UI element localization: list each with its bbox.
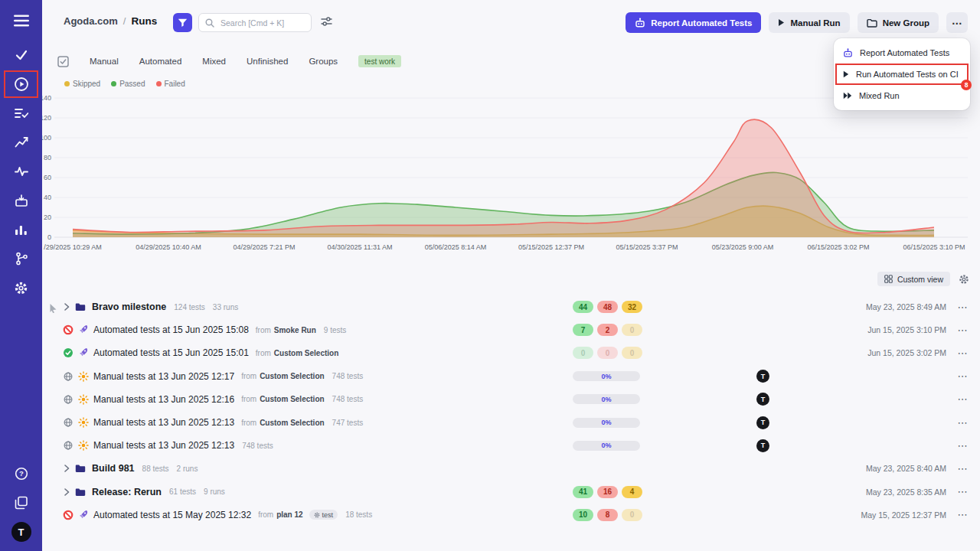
search-input[interactable] [219,18,303,28]
runs-play-circle-icon[interactable] [0,70,42,99]
select-all-checkbox-icon[interactable] [57,56,69,67]
tests-count: 9 tests [324,326,346,334]
table-row-run[interactable]: Automated tests at 15 Jun 2025 15:01 fro… [42,341,980,364]
import-inbox-icon[interactable] [0,186,42,215]
passed-badge: 41 [573,486,593,498]
legend-failed[interactable]: Failed [156,80,185,88]
view-settings-gear-icon[interactable] [959,274,969,285]
skipped-badge: 0 [622,509,642,521]
tag-filter-chip[interactable]: test work [358,55,401,67]
tests-check-icon[interactable] [0,41,42,70]
table-row-run[interactable]: Automated tests at 15 May 2025 12:32 fro… [42,504,980,527]
table-row-run[interactable]: Manual tests at 13 Jun 2025 12:13 from C… [42,411,980,434]
result-badges: 10 8 0 [573,509,642,521]
progress-bar: 0% [573,418,640,428]
group-title[interactable]: Release: Rerun [92,487,162,497]
settings-gear-icon[interactable] [0,273,42,302]
tests-count: 748 tests [332,372,364,380]
row-menu-button[interactable]: ⋯ [954,347,971,359]
logo-letter: T [11,522,31,542]
menu-item-report-automated-tests[interactable]: Report Automated Tests [834,43,970,63]
annotation-step-badge: 8 [961,80,972,90]
rocket-icon [78,510,89,520]
row-menu-button[interactable]: ⋯ [954,509,971,520]
group-title[interactable]: Bravo milestone [92,302,166,312]
table-row-group[interactable]: Build 981 88 tests 2 runs May 23, 2025 8… [42,457,980,480]
tests-count: 61 tests [169,487,196,496]
app-logo[interactable]: T [0,517,42,546]
tab-mixed[interactable]: Mixed [202,57,226,66]
git-branch-icon[interactable] [0,244,42,273]
progress-label: 0% [601,373,611,380]
breadcrumb-project[interactable]: Agoda.com [64,15,118,27]
activity-pulse-icon[interactable] [0,157,42,186]
table-row-run[interactable]: Automated tests at 15 Jun 2025 15:08 fro… [42,318,980,341]
group-title[interactable]: Build 981 [92,463,135,474]
passed-dot [111,81,116,86]
table-row-run[interactable]: Manual tests at 13 Jun 2025 12:13 748 te… [42,434,980,457]
legend-skipped[interactable]: Skipped [64,80,100,88]
menu-item-run-automated-tests-on-ci[interactable]: Run Automated Tests on CI 8 [836,64,968,84]
sun-icon [78,394,89,405]
table-row-run[interactable]: Manual tests at 13 Jun 2025 12:17 from C… [42,365,980,388]
tab-manual[interactable]: Manual [90,57,119,66]
tab-unfinished[interactable]: Unfinished [247,57,288,66]
row-menu-button[interactable]: ⋯ [954,393,971,405]
run-title[interactable]: Manual tests at 13 Jun 2025 12:13 [93,417,234,428]
list-check-icon[interactable] [0,99,42,128]
play-icon [843,70,849,78]
header-more-button[interactable]: ⋯ [946,12,968,33]
manual-run-button[interactable]: Manual Run [769,12,849,33]
report-automated-tests-button[interactable]: Report Automated Tests [626,12,761,33]
new-group-button[interactable]: New Group [858,12,939,33]
progress-label: 0% [601,419,611,426]
folder-icon [75,487,86,497]
trend-up-icon[interactable] [0,128,42,157]
help-icon[interactable]: ? [0,459,42,488]
run-title[interactable]: Automated tests at 15 Jun 2025 15:08 [93,324,249,335]
tests-count: 748 tests [332,395,364,403]
run-title[interactable]: Automated tests at 15 May 2025 12:32 [93,510,251,520]
row-menu-button[interactable]: ⋯ [954,417,971,429]
row-menu-button[interactable]: ⋯ [954,486,971,497]
run-title[interactable]: Manual tests at 13 Jun 2025 12:17 [93,371,234,382]
chevron-right-icon[interactable] [63,487,70,497]
projects-icon[interactable] [0,488,42,517]
menu-item-label: Report Automated Tests [860,48,949,57]
chevron-right-icon[interactable] [63,302,70,311]
menu-item-mixed-run[interactable]: Mixed Run [834,86,970,106]
result-badges: 0 0 0 [573,347,642,359]
legend-passed[interactable]: Passed [111,80,145,88]
from-label: from [256,349,271,357]
row-menu-button[interactable]: ⋯ [954,370,971,382]
run-title[interactable]: Automated tests at 15 Jun 2025 15:01 [93,347,249,358]
run-title[interactable]: Manual tests at 13 Jun 2025 12:13 [93,440,234,451]
svg-text:40: 40 [44,194,51,201]
table-row-group[interactable]: Bravo milestone 124 tests 33 runs 44 48 … [42,295,980,318]
hamburger-menu-icon[interactable] [0,6,42,35]
filter-settings-icon[interactable] [321,16,332,30]
tab-groups[interactable]: Groups [309,57,338,66]
run-options-dropdown: Report Automated Tests Run Automated Tes… [834,38,970,110]
row-menu-button[interactable]: ⋯ [954,440,971,452]
row-date: May 23, 2025 8:49 AM [866,302,946,311]
chevron-right-icon[interactable] [63,464,70,473]
sun-icon [78,417,89,428]
table-row-run[interactable]: Manual tests at 13 Jun 2025 12:16 from C… [42,388,980,411]
svg-text:05/15/2025 3:37 PM: 05/15/2025 3:37 PM [616,243,678,251]
row-menu-button[interactable]: ⋯ [954,302,971,313]
tag-chip[interactable]: test [309,510,338,520]
sun-icon [78,371,89,382]
bar-chart-icon[interactable] [0,215,42,244]
custom-view-button[interactable]: Custom view [877,272,950,286]
tab-automated[interactable]: Automated [139,57,182,66]
row-menu-button[interactable]: ⋯ [954,324,971,336]
filter-button[interactable] [173,13,192,32]
breadcrumb: Agoda.com / Runs [64,15,157,27]
run-title[interactable]: Manual tests at 13 Jun 2025 12:16 [93,394,234,405]
custom-view-label: Custom view [897,275,943,284]
svg-text:80: 80 [44,154,51,161]
legend-label: Skipped [73,80,100,88]
table-row-group[interactable]: Release: Rerun 61 tests 9 runs 41 16 4 M… [42,481,980,504]
row-menu-button[interactable]: ⋯ [954,463,971,474]
